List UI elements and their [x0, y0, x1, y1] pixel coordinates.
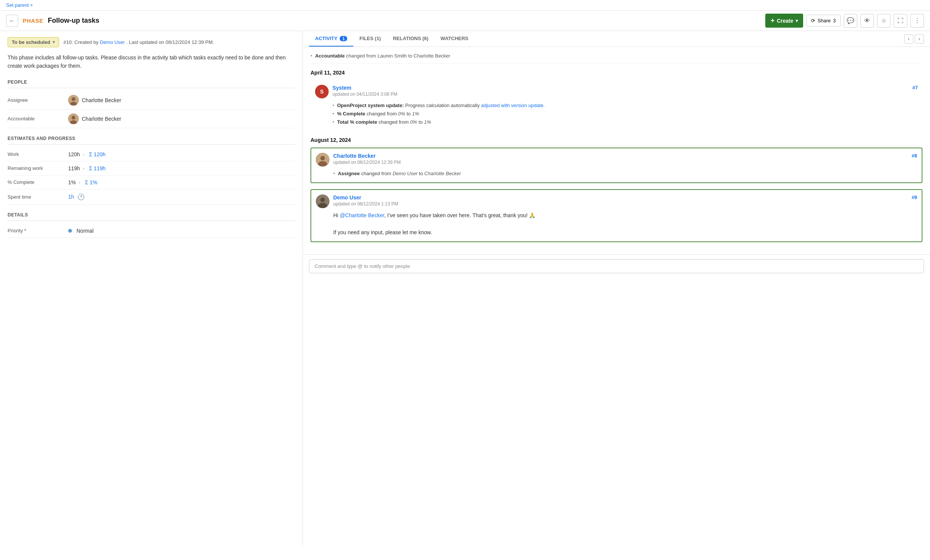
charlotte-avatar [316, 153, 329, 166]
plus-icon: + [771, 17, 775, 25]
complete-value: 1% · Σ 1% [68, 179, 97, 185]
meta-info: #10: Created by Demo User . Last updated… [64, 39, 214, 45]
system-avatar: S [315, 85, 329, 98]
complete-pct: 1% [68, 179, 76, 185]
priority-text: Normal [76, 228, 94, 234]
more-icon-button[interactable]: ⋮ [910, 14, 924, 28]
accountable-from: Lauren Smith [378, 53, 407, 59]
demo-entry-num: #9 [912, 194, 917, 200]
tab-watchers-label: WATCHERS [440, 36, 468, 41]
work-value: 120h · Σ 120h [68, 151, 106, 157]
spent-row: Spent time 1h 🕐 [8, 190, 295, 205]
description-text: This phase includes all follow-up tasks.… [8, 53, 295, 70]
remaining-sigma[interactable]: Σ 119h [89, 165, 106, 171]
version-update-link[interactable]: adjusted with version update. [481, 103, 545, 108]
work-sigma[interactable]: Σ 120h [89, 151, 106, 157]
fullscreen-icon-button[interactable]: ⛶ [894, 14, 907, 28]
demo-entry-header: Demo User updated on 08/12/2024 1:13 PM … [316, 194, 917, 208]
mention-link[interactable]: @Charlotte Becker [340, 212, 384, 218]
status-row: To be scheduled ▾ #10: Created by Demo U… [8, 37, 295, 47]
create-label: Create [777, 18, 793, 24]
tab-files[interactable]: FILES (1) [353, 31, 387, 47]
share-button[interactable]: ⟳ Share 3 [806, 15, 841, 26]
pct-from: 0% [398, 111, 405, 117]
system-changes: • OpenProject system update: Progress ca… [315, 101, 918, 126]
complete-sigma[interactable]: Σ 1% [85, 179, 97, 185]
openproject-label: OpenProject system update: [337, 103, 404, 108]
tab-watchers[interactable]: WATCHERS [434, 31, 474, 47]
april-date: April 11, 2024 [311, 70, 922, 76]
charlotte-meta: Charlotte Becker updated on 08/12/2024 1… [333, 153, 908, 165]
work-row: Work 120h · Σ 120h [8, 148, 295, 162]
assignee-change-label: Assignee [338, 171, 360, 176]
svg-point-1 [72, 97, 75, 101]
tab-activity-label: ACTIVITY [315, 36, 337, 41]
top-bar: Set parent + [0, 0, 930, 11]
main-layout: To be scheduled ▾ #10: Created by Demo U… [0, 31, 930, 546]
tab-nav-prev[interactable]: ‹ [904, 34, 913, 44]
assignee-change: • Assignee changed from Demo User to Cha… [333, 170, 917, 178]
estimates-section-title: ESTIMATES AND PROGRESS [8, 136, 295, 145]
people-section-title: PEOPLE [8, 79, 295, 88]
august-date: August 12, 2024 [311, 137, 922, 143]
total-pct-from: 0% [410, 119, 417, 125]
system-entry-num: #7 [913, 85, 918, 90]
svg-point-7 [320, 156, 325, 160]
system-activity-entry: S System updated on 04/11/2024 3:08 PM #… [311, 80, 922, 131]
charlotte-user[interactable]: Charlotte Becker [333, 153, 908, 159]
tabs-bar: ACTIVITY 1 FILES (1) RELATIONS (6) WATCH… [303, 31, 930, 47]
clock-icon: 🕐 [77, 193, 85, 201]
tab-activity[interactable]: ACTIVITY 1 [309, 31, 353, 47]
comment-input[interactable]: Comment and type @ to notify other peopl… [309, 259, 924, 273]
priority-value: Normal [68, 228, 94, 234]
tab-relations[interactable]: RELATIONS (6) [387, 31, 435, 47]
accountable-change-text: changed from [346, 53, 378, 59]
pct-complete-label: % Complete [337, 111, 365, 117]
create-button[interactable]: + Create ▾ [765, 14, 803, 28]
accountable-name: Charlotte Becker [82, 116, 121, 122]
total-pct-to: 1% [424, 119, 431, 125]
system-time: updated on 04/11/2024 3:08 PM [332, 92, 909, 97]
status-label: To be scheduled [12, 39, 50, 45]
watch-icon-button[interactable]: ☆ [877, 14, 891, 28]
progress-calc-text: Progress calculation automatically [405, 103, 481, 108]
system-change-2: • % Complete changed from 0% to 1% [332, 110, 918, 118]
system-entry-header: S System updated on 04/11/2024 3:08 PM #… [315, 85, 918, 98]
tab-nav: ‹ › [904, 34, 924, 44]
meta-prefix: #10: Created by [64, 39, 99, 45]
left-panel: To be scheduled ▾ #10: Created by Demo U… [0, 31, 303, 546]
accountable-change-label: Accountable [315, 53, 345, 59]
back-button[interactable]: ← [6, 15, 18, 27]
demo-activity-entry: Demo User updated on 08/12/2024 1:13 PM … [311, 189, 922, 242]
remaining-value: 119h · Σ 119h [68, 165, 106, 171]
demo-time: updated on 08/12/2024 1:13 PM [333, 201, 908, 207]
tab-nav-next[interactable]: › [915, 34, 924, 44]
assignee-value: Charlotte Becker [68, 95, 121, 106]
system-meta: System updated on 04/11/2024 3:08 PM [332, 85, 909, 97]
comment-line-1: Hi @Charlotte Becker, I've seen you have… [333, 211, 917, 219]
header-right: + Create ▾ ⟳ Share 3 💬 👁 ☆ ⛶ ⋮ [765, 14, 924, 28]
charlotte-entry-num: #8 [912, 153, 917, 159]
charlotte-entry-header: Charlotte Becker updated on 08/12/2024 1… [316, 153, 917, 166]
system-change-1: • OpenProject system update: Progress ca… [332, 101, 918, 110]
activity-content: • Accountable changed from Lauren Smith … [303, 47, 930, 254]
details-section-title: DETAILS [8, 212, 295, 221]
priority-dot [68, 229, 72, 233]
comment-icon-button[interactable]: 💬 [844, 14, 857, 28]
complete-label: % Complete [8, 179, 68, 185]
accountable-avatar [68, 114, 79, 124]
spent-hours[interactable]: 1h [68, 194, 74, 200]
eye-icon-button[interactable]: 👁 [860, 14, 874, 28]
right-panel: ACTIVITY 1 FILES (1) RELATIONS (6) WATCH… [303, 31, 930, 546]
share-label: Share [818, 18, 831, 23]
tab-files-label: FILES (1) [359, 36, 381, 41]
assignee-to: Charlotte Becker [424, 171, 461, 176]
demo-user[interactable]: Demo User [333, 194, 908, 201]
set-parent-link[interactable]: Set parent + [6, 2, 33, 8]
system-user[interactable]: System [332, 85, 909, 91]
status-badge[interactable]: To be scheduled ▾ [8, 37, 59, 47]
demo-avatar [316, 194, 329, 208]
spent-value: 1h 🕐 [68, 193, 85, 201]
pre-activity: • Accountable changed from Lauren Smith … [311, 53, 922, 64]
meta-user-link[interactable]: Demo User [100, 39, 125, 45]
